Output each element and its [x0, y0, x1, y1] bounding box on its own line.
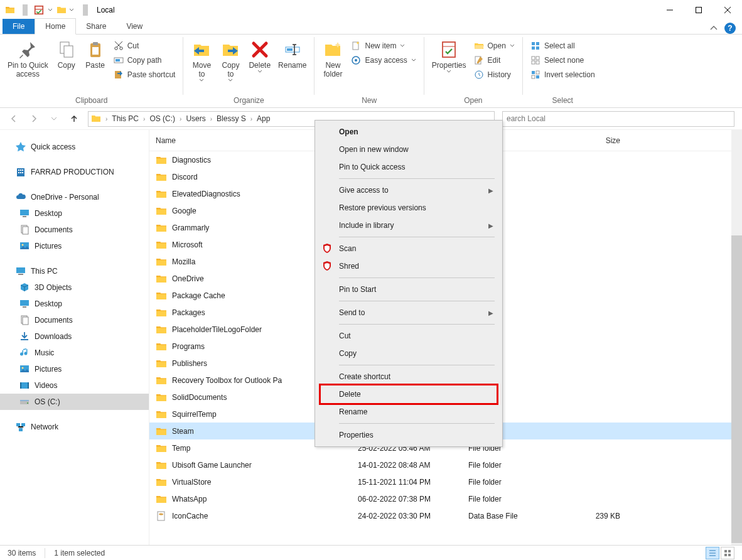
menu-item-restore-previous-versions[interactable]: Restore previous versions: [316, 199, 501, 217]
search-input[interactable]: earch Local: [502, 111, 734, 127]
chevron-right-icon[interactable]: ›: [143, 116, 145, 122]
close-button[interactable]: [713, 0, 742, 19]
new-folder-button[interactable]: New folder: [318, 38, 347, 80]
menu-item-rename[interactable]: Rename: [316, 403, 501, 421]
menu-item-pin-to-start[interactable]: Pin to Start: [316, 281, 501, 298]
nav-pictures[interactable]: Pictures: [0, 361, 149, 377]
menu-item-properties[interactable]: Properties: [316, 426, 501, 444]
up-button[interactable]: [68, 112, 80, 125]
nav-quick-access[interactable]: Quick access: [0, 139, 149, 155]
chevron-down-icon[interactable]: [69, 8, 74, 13]
label: Select none: [544, 56, 584, 65]
nav-music[interactable]: Music: [0, 345, 149, 361]
menu-item-send-to[interactable]: Send to▶: [316, 304, 501, 321]
file-row[interactable]: IconCache24-02-2022 03:30 PMData Base Fi…: [149, 507, 742, 524]
delete-button[interactable]: Delete: [245, 38, 274, 75]
menu-item-create-shortcut[interactable]: Create shortcut: [316, 368, 501, 385]
tab-view[interactable]: View: [116, 19, 153, 34]
icons-view-button[interactable]: [721, 547, 734, 559]
folder-open-icon[interactable]: [56, 5, 67, 15]
crumb-users[interactable]: Users: [183, 114, 208, 123]
crumb-this-pc[interactable]: This PC: [109, 114, 141, 123]
nav-farrad[interactable]: FARRAD PRODUCTION: [0, 164, 149, 180]
crumb-os[interactable]: OS (C:): [147, 114, 178, 123]
new-item-button[interactable]: New item: [347, 38, 419, 53]
nav-videos[interactable]: Videos: [0, 377, 149, 394]
chevron-right-icon[interactable]: ›: [250, 116, 252, 122]
menu-item-shred[interactable]: Shred: [316, 257, 501, 275]
back-button[interactable]: [8, 112, 20, 125]
nav-od-documents[interactable]: Documents: [0, 222, 149, 238]
nav-downloads[interactable]: Downloads: [0, 328, 149, 345]
copy-to-button[interactable]: Copy to: [216, 38, 245, 83]
pictures-icon: [19, 240, 30, 252]
edit-button[interactable]: Edit: [470, 53, 519, 67]
chevron-right-icon[interactable]: ›: [105, 116, 107, 122]
nav-od-desktop[interactable]: Desktop: [0, 205, 149, 222]
crumb-app[interactable]: App: [254, 114, 272, 123]
menu-item-cut[interactable]: Cut: [316, 327, 501, 345]
navigation-pane[interactable]: Quick access FARRAD PRODUCTION OneDrive …: [0, 130, 149, 545]
move-to-button[interactable]: Move to: [187, 38, 216, 83]
paste-shortcut-button[interactable]: Paste shortcut: [110, 67, 180, 82]
menu-item-open[interactable]: Open: [316, 123, 501, 141]
tab-share[interactable]: Share: [76, 19, 116, 34]
menu-item-include-in-library[interactable]: Include in library▶: [316, 217, 501, 234]
qat-properties-icon[interactable]: [33, 4, 45, 16]
details-view-button[interactable]: [706, 547, 719, 559]
menu-item-open-in-new-window[interactable]: Open in new window: [316, 141, 501, 158]
menu-separator: [339, 423, 495, 424]
menu-item-copy[interactable]: Copy: [316, 345, 501, 362]
separator: [83, 4, 88, 16]
menu-item-delete[interactable]: Delete: [316, 385, 501, 403]
copy-path-button[interactable]: Copy path: [110, 53, 180, 67]
nav-os-drive[interactable]: OS (C:): [0, 394, 149, 410]
invert-selection-button[interactable]: Invert selection: [527, 67, 599, 82]
paste-button[interactable]: Paste: [81, 38, 110, 71]
nav-od-pictures[interactable]: Pictures: [0, 238, 149, 254]
nav-desktop[interactable]: Desktop: [0, 296, 149, 312]
easy-access-button[interactable]: Easy access: [347, 53, 419, 67]
column-size[interactable]: Size: [564, 136, 620, 145]
maximize-button[interactable]: [684, 0, 713, 19]
nav-this-pc[interactable]: This PC: [0, 263, 149, 279]
select-none-button[interactable]: Select none: [527, 53, 599, 67]
scrollbar-thumb[interactable]: [731, 235, 742, 543]
select-all-button[interactable]: Select all: [527, 38, 599, 53]
open-button[interactable]: Open: [470, 38, 519, 53]
new-item-icon: [351, 41, 361, 51]
menu-item-scan[interactable]: Scan: [316, 240, 501, 257]
rename-button[interactable]: Rename: [274, 38, 310, 71]
file-row[interactable]: WhatsApp06-02-2022 07:38 PMFile folder: [149, 490, 742, 507]
tab-home[interactable]: Home: [35, 18, 76, 35]
file-row[interactable]: VirtualStore15-11-2021 11:04 PMFile fold…: [149, 473, 742, 490]
vertical-scrollbar[interactable]: [731, 130, 742, 545]
file-row[interactable]: Ubisoft Game Launcher14-01-2022 08:48 AM…: [149, 456, 742, 473]
nav-documents[interactable]: Documents: [0, 312, 149, 328]
menu-item-pin-to-quick-access[interactable]: Pin to Quick access: [316, 158, 501, 176]
folder-icon: [156, 392, 167, 403]
tab-file[interactable]: File: [3, 19, 35, 34]
svg-rect-58: [20, 400, 29, 401]
menu-item-give-access-to[interactable]: Give access to▶: [316, 181, 501, 199]
pin-to-quick-access-button[interactable]: Pin to Quick access: [4, 38, 52, 80]
copy-button[interactable]: Copy: [52, 38, 81, 71]
recent-locations-button[interactable]: [48, 112, 60, 125]
properties-button[interactable]: Properties: [428, 38, 470, 75]
videos-icon: [19, 380, 30, 391]
nav-onedrive[interactable]: OneDrive - Personal: [0, 189, 149, 205]
cut-button[interactable]: Cut: [110, 38, 180, 53]
minimize-button[interactable]: [655, 0, 684, 19]
ribbon-group-organize: Move to Copy to Delete Rename Organize: [183, 35, 314, 107]
crumb-user[interactable]: Blessy S: [214, 114, 249, 123]
help-icon[interactable]: ?: [724, 23, 736, 34]
collapse-ribbon-icon[interactable]: [709, 24, 718, 33]
chevron-right-icon[interactable]: ›: [180, 116, 181, 122]
chevron-right-icon[interactable]: ›: [210, 116, 212, 122]
nav-network[interactable]: Network: [0, 419, 149, 435]
ribbon: Pin to Quick access Copy Paste Cut Copy …: [0, 35, 742, 108]
chevron-down-icon[interactable]: [48, 8, 53, 13]
forward-button[interactable]: [28, 112, 40, 125]
nav-3d-objects[interactable]: 3D Objects: [0, 279, 149, 296]
history-button[interactable]: History: [470, 67, 519, 82]
